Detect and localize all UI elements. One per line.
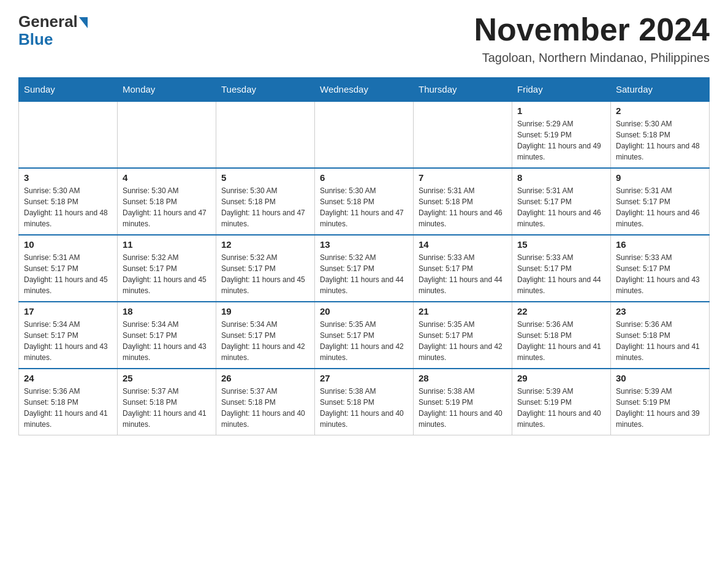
day-number: 2 — [616, 105, 704, 116]
day-info-line: Sunset: 5:19 PM — [517, 397, 605, 408]
day-info-line: Sunrise: 5:38 AM — [320, 386, 408, 397]
calendar-cell: 23Sunrise: 5:36 AMSunset: 5:18 PMDayligh… — [611, 302, 710, 369]
calendar-cell: 4Sunrise: 5:30 AMSunset: 5:18 PMDaylight… — [118, 168, 216, 235]
day-info-line: Sunset: 5:17 PM — [123, 263, 211, 274]
calendar-cell: 12Sunrise: 5:32 AMSunset: 5:17 PMDayligh… — [216, 235, 315, 302]
day-info-line: Daylight: 11 hours and 41 minutes. — [517, 341, 605, 363]
calendar-cell — [315, 101, 414, 168]
day-number: 26 — [221, 373, 309, 383]
day-info-line: Daylight: 11 hours and 40 minutes. — [221, 408, 309, 430]
calendar-title: November 2024 — [474, 12, 710, 47]
day-number: 30 — [616, 373, 704, 383]
day-info-line: Daylight: 11 hours and 46 minutes. — [616, 207, 704, 229]
day-info-line: Sunrise: 5:32 AM — [320, 252, 408, 263]
day-info-line: Daylight: 11 hours and 45 minutes. — [24, 274, 112, 296]
day-info-line: Sunset: 5:18 PM — [320, 397, 408, 408]
day-info-line: Daylight: 11 hours and 48 minutes. — [24, 207, 112, 229]
calendar-cell: 30Sunrise: 5:39 AMSunset: 5:19 PMDayligh… — [611, 369, 710, 435]
day-info-line: Daylight: 11 hours and 41 minutes. — [123, 408, 211, 430]
day-number: 7 — [419, 172, 507, 183]
day-number: 4 — [123, 172, 211, 183]
calendar-cell: 26Sunrise: 5:37 AMSunset: 5:18 PMDayligh… — [216, 369, 315, 435]
week-row-5: 24Sunrise: 5:36 AMSunset: 5:18 PMDayligh… — [19, 369, 710, 435]
day-info-line: Sunrise: 5:37 AM — [221, 386, 309, 397]
day-info-line: Sunrise: 5:34 AM — [24, 319, 112, 330]
calendar-subtitle: Tagoloan, Northern Mindanao, Philippines — [474, 51, 710, 65]
day-number: 9 — [616, 172, 704, 183]
day-info-line: Sunrise: 5:34 AM — [123, 319, 211, 330]
calendar-cell — [118, 101, 216, 168]
calendar-cell: 21Sunrise: 5:35 AMSunset: 5:17 PMDayligh… — [414, 302, 512, 369]
header: General Blue November 2024 Tagoloan, Nor… — [18, 12, 710, 65]
day-info-line: Daylight: 11 hours and 40 minutes. — [320, 408, 408, 430]
day-info-line: Sunset: 5:17 PM — [419, 330, 507, 341]
day-info-line: Sunset: 5:19 PM — [616, 397, 704, 408]
header-day-wednesday: Wednesday — [315, 78, 414, 102]
calendar-cell: 27Sunrise: 5:38 AMSunset: 5:18 PMDayligh… — [315, 369, 414, 435]
day-info-line: Daylight: 11 hours and 46 minutes. — [517, 207, 605, 229]
day-info-line: Sunrise: 5:36 AM — [616, 319, 704, 330]
day-info-line: Sunset: 5:18 PM — [123, 397, 211, 408]
day-info-line: Sunrise: 5:32 AM — [221, 252, 309, 263]
header-row: SundayMondayTuesdayWednesdayThursdayFrid… — [19, 78, 710, 102]
day-number: 25 — [123, 373, 211, 383]
day-info-line: Daylight: 11 hours and 45 minutes. — [123, 274, 211, 296]
header-day-monday: Monday — [118, 78, 216, 102]
day-info-line: Sunrise: 5:31 AM — [24, 252, 112, 263]
calendar-cell: 28Sunrise: 5:38 AMSunset: 5:19 PMDayligh… — [414, 369, 512, 435]
day-info-line: Sunrise: 5:35 AM — [320, 319, 408, 330]
calendar-cell: 2Sunrise: 5:30 AMSunset: 5:18 PMDaylight… — [611, 101, 710, 168]
day-info-line: Sunset: 5:18 PM — [616, 330, 704, 341]
day-number: 14 — [419, 239, 507, 250]
day-info-line: Sunrise: 5:30 AM — [616, 118, 704, 129]
calendar-cell — [414, 101, 512, 168]
day-info-line: Sunrise: 5:29 AM — [517, 118, 605, 129]
day-number: 27 — [320, 373, 408, 383]
day-info-line: Sunset: 5:17 PM — [24, 263, 112, 274]
day-info-line: Daylight: 11 hours and 41 minutes. — [616, 341, 704, 363]
day-info-line: Sunset: 5:17 PM — [221, 330, 309, 341]
day-info-line: Sunset: 5:17 PM — [221, 263, 309, 274]
day-info-line: Sunrise: 5:30 AM — [221, 185, 309, 196]
day-info-line: Sunrise: 5:30 AM — [24, 185, 112, 196]
day-info-line: Daylight: 11 hours and 42 minutes. — [320, 341, 408, 363]
day-info-line: Sunset: 5:17 PM — [517, 196, 605, 207]
day-info-line: Sunset: 5:17 PM — [419, 263, 507, 274]
calendar-cell: 22Sunrise: 5:36 AMSunset: 5:18 PMDayligh… — [512, 302, 611, 369]
day-info-line: Sunrise: 5:31 AM — [616, 185, 704, 196]
day-number: 11 — [123, 239, 211, 250]
calendar-cell: 6Sunrise: 5:30 AMSunset: 5:18 PMDaylight… — [315, 168, 414, 235]
day-info-line: Sunrise: 5:32 AM — [123, 252, 211, 263]
calendar-table: SundayMondayTuesdayWednesdayThursdayFrid… — [18, 77, 710, 435]
calendar-cell: 10Sunrise: 5:31 AMSunset: 5:17 PMDayligh… — [19, 235, 118, 302]
header-day-saturday: Saturday — [611, 78, 710, 102]
day-info-line: Sunset: 5:18 PM — [123, 196, 211, 207]
day-info-line: Sunset: 5:19 PM — [419, 397, 507, 408]
calendar-cell: 1Sunrise: 5:29 AMSunset: 5:19 PMDaylight… — [512, 101, 611, 168]
calendar-cell: 16Sunrise: 5:33 AMSunset: 5:17 PMDayligh… — [611, 235, 710, 302]
week-row-3: 10Sunrise: 5:31 AMSunset: 5:17 PMDayligh… — [19, 235, 710, 302]
day-info-line: Sunset: 5:19 PM — [517, 129, 605, 140]
day-number: 19 — [221, 306, 309, 316]
day-info-line: Sunrise: 5:33 AM — [517, 252, 605, 263]
day-number: 6 — [320, 172, 408, 183]
day-info-line: Daylight: 11 hours and 40 minutes. — [517, 408, 605, 430]
day-info-line: Daylight: 11 hours and 47 minutes. — [221, 207, 309, 229]
logo: General — [18, 12, 88, 31]
day-info-line: Daylight: 11 hours and 49 minutes. — [517, 140, 605, 163]
day-info-line: Sunset: 5:17 PM — [616, 196, 704, 207]
day-number: 18 — [123, 306, 211, 316]
calendar-cell: 14Sunrise: 5:33 AMSunset: 5:17 PMDayligh… — [414, 235, 512, 302]
header-day-tuesday: Tuesday — [216, 78, 315, 102]
day-number: 15 — [517, 239, 605, 250]
day-info-line: Daylight: 11 hours and 46 minutes. — [419, 207, 507, 229]
calendar-cell: 19Sunrise: 5:34 AMSunset: 5:17 PMDayligh… — [216, 302, 315, 369]
header-day-thursday: Thursday — [414, 78, 512, 102]
day-number: 1 — [517, 105, 605, 116]
day-info-line: Sunset: 5:17 PM — [24, 330, 112, 341]
day-info-line: Daylight: 11 hours and 44 minutes. — [320, 274, 408, 296]
day-info-line: Daylight: 11 hours and 43 minutes. — [24, 341, 112, 363]
calendar-cell: 18Sunrise: 5:34 AMSunset: 5:17 PMDayligh… — [118, 302, 216, 369]
calendar-cell: 17Sunrise: 5:34 AMSunset: 5:17 PMDayligh… — [19, 302, 118, 369]
header-day-friday: Friday — [512, 78, 611, 102]
